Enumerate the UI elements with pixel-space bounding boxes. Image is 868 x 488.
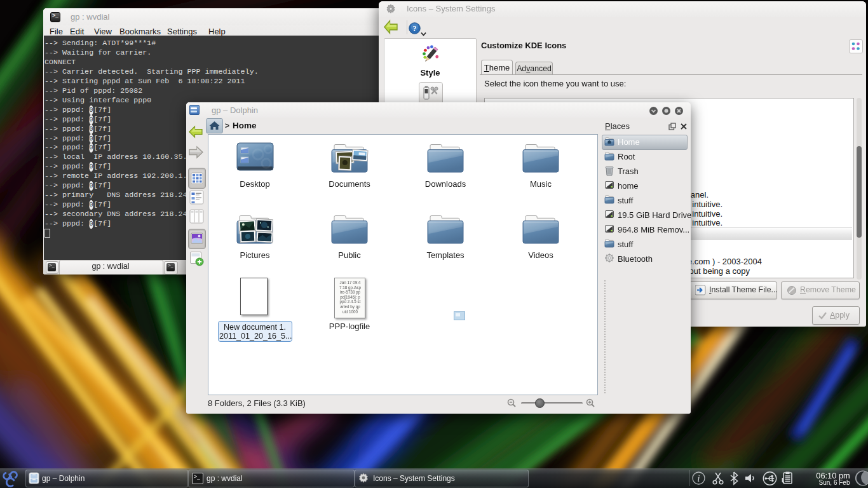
svg-text:?: ? [412, 24, 416, 33]
svg-text:i: i [698, 474, 700, 484]
